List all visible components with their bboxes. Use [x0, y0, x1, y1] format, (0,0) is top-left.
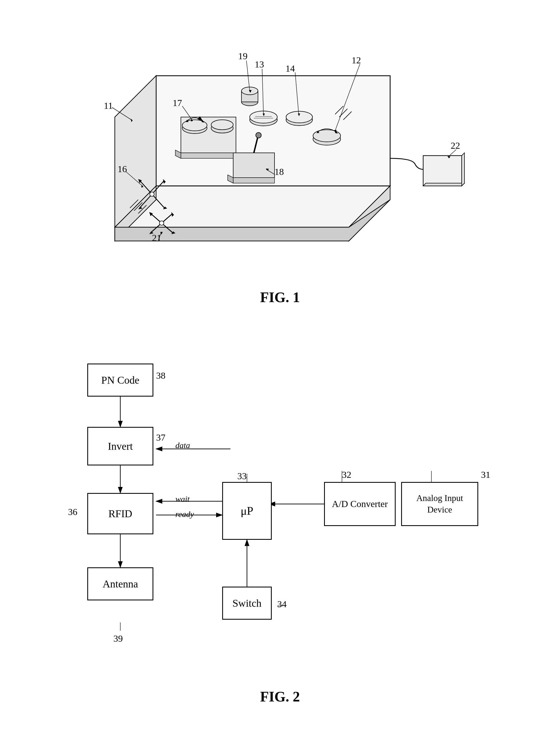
svg-point-31: [313, 130, 341, 142]
svg-text:18: 18: [274, 167, 284, 177]
up-block: μP: [222, 482, 272, 540]
svg-text:14: 14: [286, 63, 295, 73]
wait-label: wait: [175, 494, 190, 504]
label-31: 31: [481, 470, 490, 480]
svg-marker-13: [181, 153, 236, 158]
ready-label: ready: [175, 510, 194, 519]
fig1-svg: 11 16 17 19 13 14 12: [87, 17, 473, 286]
fig1-diagram: 11 16 17 19 13 14 12: [87, 17, 473, 286]
label-38: 38: [156, 371, 165, 381]
svg-text:16: 16: [118, 164, 127, 174]
svg-marker-54: [423, 183, 464, 186]
svg-text:22: 22: [451, 140, 460, 151]
label-34: 34: [277, 599, 287, 610]
svg-point-52: [159, 221, 164, 225]
label-33: 33: [237, 471, 247, 482]
fig2-section: PN Code 38 Invert 37 RFID 36 Antenna 39 …: [0, 330, 560, 716]
ad-converter-block: A/D Converter: [324, 482, 396, 526]
data-label: data: [175, 441, 190, 450]
svg-text:13: 13: [255, 59, 264, 69]
label-36: 36: [68, 507, 77, 517]
svg-text:21: 21: [152, 233, 161, 243]
svg-text:19: 19: [238, 51, 248, 61]
svg-text:17: 17: [173, 98, 182, 108]
svg-point-38: [256, 132, 261, 138]
svg-marker-35: [233, 178, 274, 183]
svg-marker-55: [462, 153, 464, 186]
svg-rect-34: [233, 153, 274, 178]
analog-input-block: Analog Input Device: [401, 482, 478, 526]
rfid-block: RFID: [87, 493, 153, 534]
antenna-block: Antenna: [87, 567, 153, 600]
fig1-section: 11 16 17 19 13 14 12: [0, 0, 560, 330]
pn-code-block: PN Code: [87, 363, 153, 397]
label-32: 32: [342, 470, 351, 480]
fig1-caption: FIG. 1: [260, 289, 300, 305]
svg-point-45: [150, 192, 154, 196]
svg-point-20: [211, 120, 233, 130]
label-37: 37: [156, 433, 165, 443]
fig2-caption: FIG. 2: [260, 689, 300, 705]
invert-block: Invert: [87, 427, 153, 466]
svg-text:11: 11: [104, 100, 113, 111]
switch-block: Switch: [222, 587, 272, 620]
fig2-diagram: PN Code 38 Invert 37 RFID 36 Antenna 39 …: [60, 347, 500, 678]
svg-rect-53: [423, 156, 462, 186]
svg-text:12: 12: [352, 55, 361, 65]
label-39: 39: [113, 633, 123, 644]
svg-point-26: [286, 111, 312, 123]
